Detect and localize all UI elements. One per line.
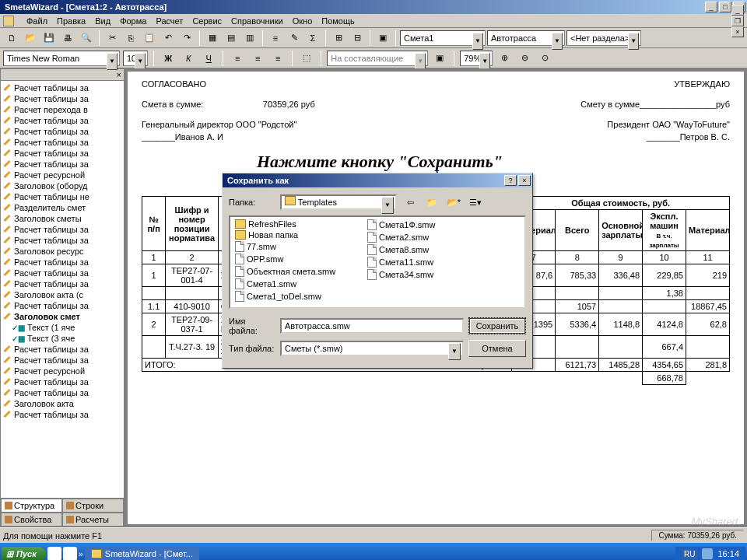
tree-item[interactable]: ✓▦Текст (3 яче: [1, 333, 124, 344]
tool-icon[interactable]: ≡: [267, 30, 284, 47]
tree-item[interactable]: Расчет таблицы за: [1, 257, 124, 268]
up-folder-icon[interactable]: 📁: [423, 194, 440, 211]
tree-item[interactable]: Расчет таблицы за: [1, 300, 124, 311]
zoom-combo[interactable]: 79%: [460, 51, 493, 66]
save-button[interactable]: Сохранить: [468, 317, 526, 334]
paste-icon[interactable]: 📋: [141, 30, 158, 47]
bold-icon[interactable]: Ж: [160, 50, 177, 67]
mdi-restore[interactable]: ❐: [731, 16, 744, 26]
smeta-combo[interactable]: Смета1: [400, 30, 486, 46]
italic-icon[interactable]: К: [180, 50, 197, 67]
tree-item[interactable]: Расчет перехода в: [1, 104, 124, 115]
filetype-combo[interactable]: Сметы (*.smw): [280, 341, 464, 356]
zoom-in-icon[interactable]: ⊕: [496, 50, 513, 67]
tree-item[interactable]: Расчет таблицы за: [1, 344, 124, 355]
menu-file[interactable]: Файл: [26, 16, 47, 26]
menu-window[interactable]: Окно: [293, 16, 313, 26]
print-icon[interactable]: 🖶: [59, 30, 76, 47]
tab-properties[interactable]: Свойства: [1, 513, 62, 527]
file-list[interactable]: RefreshFilesНовая папка77.smwOPP.smwОбъе…: [229, 215, 526, 309]
tool-icon[interactable]: ▥: [241, 30, 258, 47]
file-item[interactable]: Объектная смета.smw: [232, 265, 364, 278]
tree-item[interactable]: Расчет таблицы за: [1, 159, 124, 170]
menu-edit[interactable]: Правка: [57, 16, 86, 26]
tool-icon[interactable]: ▦: [204, 30, 221, 47]
file-item[interactable]: 77.smw: [232, 240, 364, 253]
tree-item[interactable]: Расчет таблицы за: [1, 387, 124, 398]
fontsize-combo[interactable]: 10: [123, 51, 148, 66]
dialog-help-button[interactable]: ?: [504, 175, 517, 186]
tree-item[interactable]: Заголовок сметы: [1, 213, 124, 224]
minimize-button[interactable]: _: [705, 2, 717, 12]
tool-icon[interactable]: ▣: [374, 30, 391, 47]
font-combo[interactable]: Times New Roman: [3, 51, 120, 66]
cancel-button[interactable]: Отмена: [468, 340, 526, 357]
back-icon[interactable]: ⇦: [402, 194, 419, 211]
menu-service[interactable]: Сервис: [192, 16, 222, 26]
quicklaunch-more[interactable]: »: [79, 549, 83, 558]
align-center-icon[interactable]: ≡: [249, 50, 266, 67]
cut-icon[interactable]: ✂: [103, 30, 121, 47]
file-item[interactable]: Смета1.smw: [232, 278, 364, 290]
tree-item[interactable]: Расчет ресурсной: [1, 170, 124, 180]
folder-combo[interactable]: Templates: [280, 194, 397, 210]
dialog-close-button[interactable]: ×: [518, 175, 531, 186]
taskbar-app-button[interactable]: SmetaWizard - [Смет...: [85, 547, 199, 560]
file-item[interactable]: Смета1_toDel.smw: [232, 290, 364, 303]
open-icon[interactable]: 📂: [22, 30, 39, 47]
tool-icon[interactable]: ⊟: [349, 30, 366, 47]
tree-item[interactable]: Заголовок акта: [1, 398, 124, 409]
tree-item[interactable]: Расчет таблицы за: [1, 376, 124, 387]
new-folder-icon[interactable]: 📂*: [445, 194, 462, 211]
merge-icon[interactable]: ⬚: [298, 50, 315, 67]
save-icon[interactable]: 💾: [40, 30, 58, 47]
new-icon[interactable]: 🗋: [3, 30, 20, 47]
structure-tree[interactable]: Расчет таблицы заРасчет таблицы заРасчет…: [1, 81, 124, 498]
tree-item[interactable]: Расчет таблицы за: [1, 224, 124, 235]
tree-item[interactable]: Разделитель смет: [1, 202, 124, 213]
filename-input[interactable]: Автотрасса.smw: [280, 318, 464, 334]
folder-item[interactable]: RefreshFiles: [232, 219, 364, 229]
tool-icon[interactable]: ⊞: [330, 30, 347, 47]
menu-calc[interactable]: Расчет: [156, 16, 183, 26]
file-item[interactable]: Смета2.smw: [364, 231, 496, 243]
section-combo[interactable]: <Нет раздела>: [566, 30, 641, 46]
tree-item[interactable]: Заголовок акта (с: [1, 289, 124, 300]
file-item[interactable]: Смета34.smw: [364, 268, 496, 281]
zoom-out-icon[interactable]: ⊖: [516, 50, 533, 67]
menu-view[interactable]: Вид: [95, 16, 110, 26]
copy-icon[interactable]: ⎘: [122, 30, 139, 47]
file-item[interactable]: Смета1Ф.smw: [364, 219, 496, 231]
tree-item[interactable]: Расчет таблицы за: [1, 126, 124, 137]
tree-item[interactable]: Расчет таблицы за: [1, 268, 124, 278]
quicklaunch-icon[interactable]: [63, 547, 77, 560]
tree-item[interactable]: Расчет таблицы за: [1, 355, 124, 366]
mdi-close[interactable]: ×: [731, 26, 744, 37]
file-item[interactable]: OPP.smw: [232, 253, 364, 265]
tray-icon[interactable]: [702, 548, 713, 559]
undo-icon[interactable]: ↶: [160, 30, 177, 47]
tab-calc[interactable]: Расчеты: [62, 513, 124, 527]
tree-item[interactable]: ✓▦Текст (1 яче: [1, 322, 124, 333]
file-item[interactable]: Смета11.smw: [364, 256, 496, 268]
tree-item[interactable]: Расчет таблицы за: [1, 278, 124, 289]
tree-item[interactable]: Расчет таблицы за: [1, 148, 124, 159]
file-item[interactable]: Смета8.smw: [364, 243, 496, 256]
tool-icon[interactable]: ▣: [431, 50, 448, 67]
tab-structure[interactable]: Структура: [1, 499, 62, 513]
lang-indicator[interactable]: RU: [682, 549, 697, 559]
menu-help[interactable]: Помощь: [321, 16, 355, 26]
tree-item[interactable]: Расчет таблицы за: [1, 93, 124, 104]
tree-item[interactable]: Расчет таблицы за: [1, 82, 124, 93]
tool-icon[interactable]: ✎: [286, 30, 303, 47]
redo-icon[interactable]: ↷: [178, 30, 195, 47]
menu-refs[interactable]: Справочники: [231, 16, 283, 26]
tool-icon[interactable]: Σ: [304, 30, 321, 47]
tree-item[interactable]: Расчет таблицы за: [1, 137, 124, 148]
tab-rows[interactable]: Строки: [62, 499, 124, 513]
align-right-icon[interactable]: ≡: [269, 50, 286, 67]
project-combo[interactable]: Автотрасса: [487, 30, 565, 46]
quicklaunch-icon[interactable]: [47, 547, 61, 560]
tree-item[interactable]: Расчет таблицы за: [1, 115, 124, 126]
panel-close-icon[interactable]: ×: [117, 70, 121, 79]
